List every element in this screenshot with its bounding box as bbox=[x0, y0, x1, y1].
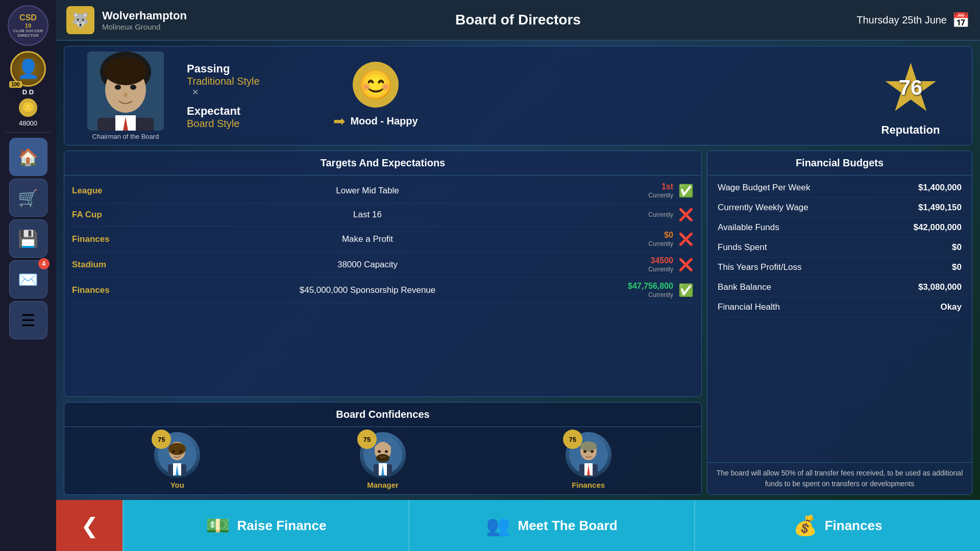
sidebar: CSD 19 CLUB SOCCERDIRECTOR 👤 100 D D 🪙 4… bbox=[0, 0, 56, 551]
chairman-section: Chairman of the Board bbox=[75, 52, 177, 140]
raise-finance-label: Raise Finance bbox=[237, 518, 327, 534]
confidence-panel: Board Confidences 75 bbox=[64, 402, 702, 495]
fin-label-7: Financial Health bbox=[718, 302, 780, 312]
meet-board-button[interactable]: 👥 Meet The Board bbox=[408, 500, 694, 551]
sidebar-shop-button[interactable]: 🛒 bbox=[9, 179, 47, 217]
team-info: 🐺 Wolverhampton Molineux Ground bbox=[66, 6, 219, 34]
target-category-1: League bbox=[72, 186, 133, 196]
confidence-content: 75 bbox=[64, 427, 701, 494]
target-current-3: $0 Currently bbox=[602, 231, 673, 247]
svg-point-3 bbox=[104, 57, 147, 85]
confidence-person-finances: 75 bbox=[566, 432, 611, 489]
confidence-person-manager: 75 bbox=[360, 432, 406, 489]
expectant-value: Board Style bbox=[187, 118, 314, 130]
svg-point-22 bbox=[385, 450, 388, 453]
chairman-face-svg bbox=[87, 52, 164, 131]
team-ground: Molineux Ground bbox=[102, 22, 187, 31]
confidence-label-finances: Finances bbox=[572, 481, 605, 489]
fin-value-2: $1,490,150 bbox=[918, 203, 962, 213]
reputation-star: ★ 76 bbox=[875, 55, 946, 121]
target-desc-5: $45,000,000 Sponsorship Revenue bbox=[133, 285, 602, 295]
sidebar-home-button[interactable]: 🏠 bbox=[9, 138, 47, 176]
financial-title: Financial Budgets bbox=[707, 151, 972, 176]
expectant-block: Expectant Board Style bbox=[187, 105, 314, 130]
svg-point-31 bbox=[591, 450, 594, 453]
fin-value-6: $3,080,000 bbox=[918, 282, 962, 292]
target-desc-2: Last 16 bbox=[133, 210, 602, 220]
passing-block: Passing Traditional Style ✕ bbox=[187, 62, 314, 97]
table-row: Stadium 38000 Capacity 34500 Currently ❌ bbox=[72, 252, 694, 278]
table-row: FA Cup Last 16 Currently ❌ bbox=[72, 204, 694, 227]
mail-badge: 4 bbox=[38, 258, 50, 269]
passing-value: Traditional Style bbox=[187, 76, 314, 87]
confidence-person-you: 75 bbox=[154, 432, 200, 489]
target-category-2: FA Cup bbox=[72, 210, 133, 220]
chairman-label: Chairman of the Board bbox=[92, 133, 159, 140]
coins-amount: 48000 bbox=[19, 119, 37, 127]
fin-label-3: Available Funds bbox=[718, 222, 779, 233]
finances-label: Finances bbox=[825, 518, 883, 534]
mood-arrow-icon: ➡ bbox=[333, 113, 345, 130]
target-value-4: 34500 bbox=[651, 256, 674, 265]
mood-face-icon: 😊 bbox=[353, 62, 399, 108]
confidence-avatar-manager: 75 bbox=[360, 432, 406, 478]
target-current-2: Currently bbox=[602, 211, 673, 218]
svg-point-5 bbox=[130, 85, 136, 90]
confidence-label-you: You bbox=[170, 481, 184, 489]
target-status-3: ❌ bbox=[678, 232, 694, 246]
target-current-1: 1st Currently bbox=[602, 182, 673, 199]
raise-finance-button[interactable]: 💵 Raise Finance bbox=[122, 500, 408, 551]
fin-value-1: $1,400,000 bbox=[918, 183, 962, 193]
fin-label-6: Bank Balance bbox=[718, 282, 771, 292]
back-button[interactable]: ❮ bbox=[56, 500, 122, 551]
target-desc-1: Lower Mid Table bbox=[133, 186, 602, 196]
sidebar-save-button[interactable]: 💾 bbox=[9, 219, 47, 258]
targets-panel: Targets And Expectations League Lower Mi… bbox=[64, 151, 702, 397]
passing-close[interactable]: ✕ bbox=[192, 88, 199, 96]
fin-value-7: Okay bbox=[940, 302, 962, 312]
confidence-score-manager: 75 bbox=[357, 430, 377, 449]
fin-row-funds-spent: Funds Spent $0 bbox=[718, 238, 962, 258]
fin-label-5: This Years Profit/Loss bbox=[718, 262, 801, 272]
player-avatar-section: 👤 100 D D bbox=[10, 51, 46, 96]
main-content: Chairman of the Board Passing Traditiona… bbox=[56, 41, 980, 500]
target-desc-4: 38000 Capacity bbox=[133, 260, 602, 270]
finances-icon: 💰 bbox=[793, 514, 817, 537]
bottom-bar: ❮ 💵 Raise Finance 👥 Meet The Board 💰 Fin… bbox=[56, 500, 980, 551]
fin-value-4: $0 bbox=[952, 242, 962, 253]
sidebar-menu-button[interactable]: ☰ bbox=[9, 301, 47, 339]
fin-row-bank-balance: Bank Balance $3,080,000 bbox=[718, 278, 962, 297]
svg-point-20 bbox=[375, 443, 391, 453]
target-value-5: $47,756,800 bbox=[628, 282, 673, 291]
svg-point-12 bbox=[168, 443, 186, 455]
table-row: Finances Make a Profit $0 Currently ❌ bbox=[72, 227, 694, 252]
target-currently-1: Currently bbox=[648, 192, 673, 199]
confidence-avatar-finances: 75 bbox=[566, 432, 611, 478]
fin-label-1: Wage Budget Per Week bbox=[718, 183, 810, 193]
date-text: Thursday 25th June bbox=[856, 14, 947, 26]
player-avatar: 👤 100 bbox=[10, 51, 46, 87]
target-category-5: Finances bbox=[72, 285, 133, 295]
avatar-face-icon: 👤 bbox=[17, 58, 40, 80]
financial-note: The board will allow 50% of all transfer… bbox=[707, 462, 972, 494]
table-row: League Lower Mid Table 1st Currently ✅ bbox=[72, 178, 694, 204]
team-name: Wolverhampton bbox=[102, 9, 187, 22]
confidence-title: Board Confidences bbox=[64, 403, 701, 427]
target-currently-2: Currently bbox=[648, 211, 673, 218]
header: 🐺 Wolverhampton Molineux Ground Board of… bbox=[56, 0, 980, 41]
fin-row-weekly-wage: Currently Weekly Wage $1,490,150 bbox=[718, 198, 962, 218]
fin-label-4: Funds Spent bbox=[718, 242, 767, 253]
target-status-1: ✅ bbox=[678, 184, 694, 198]
meet-board-icon: 👥 bbox=[486, 514, 510, 537]
calendar-icon[interactable]: 📅 bbox=[952, 12, 970, 29]
svg-point-23 bbox=[376, 454, 389, 462]
fin-value-5: $0 bbox=[952, 262, 962, 272]
targets-title: Targets And Expectations bbox=[64, 151, 701, 176]
svg-point-4 bbox=[115, 85, 121, 90]
fin-row-financial-health: Financial Health Okay bbox=[718, 297, 962, 317]
reputation-section: ★ 76 Reputation bbox=[860, 55, 962, 137]
fin-row-wage-budget: Wage Budget Per Week $1,400,000 bbox=[718, 178, 962, 198]
sidebar-mail-button[interactable]: ✉️ 4 bbox=[9, 260, 47, 298]
target-value-1: 1st bbox=[662, 182, 673, 191]
finances-button[interactable]: 💰 Finances bbox=[694, 500, 980, 551]
